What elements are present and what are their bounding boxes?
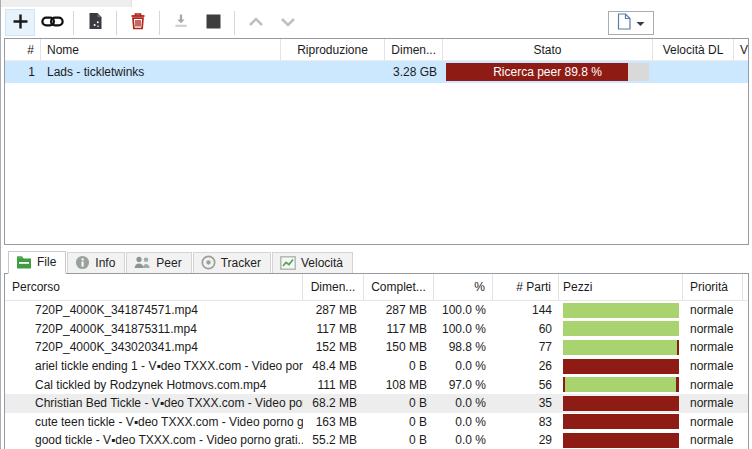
status-progress-label: Ricerca peer 89.8 %: [446, 63, 649, 81]
file-priority-cell: normale: [683, 394, 743, 413]
file-size-cell: 117 MB: [303, 320, 364, 339]
file-size-cell: 48.4 MB: [303, 357, 364, 376]
file-name-cell: Christian Bed Tickle - V▪deo TXXX.com - …: [5, 394, 303, 413]
file-priority-cell: normale: [683, 413, 743, 432]
column-header-pezzi[interactable]: Pezzi: [559, 274, 683, 300]
new-dropdown-button[interactable]: [608, 11, 654, 35]
column-header-velocita-up-cut[interactable]: V: [734, 39, 748, 60]
file-row[interactable]: cute teen tickle - V▪deo TXXX.com - Vide…: [5, 413, 748, 432]
file-completed-cell: 0 B: [364, 357, 434, 376]
stop-button[interactable]: [198, 9, 228, 36]
chevron-up-icon: [248, 16, 264, 30]
file-row[interactable]: Christian Bed Tickle - V▪deo TXXX.com - …: [5, 394, 748, 413]
column-header-completato[interactable]: Complet...: [364, 274, 434, 300]
file-cut-cell: [743, 301, 748, 320]
add-link-button[interactable]: [37, 9, 67, 36]
column-header-priorita[interactable]: Priorità: [683, 274, 743, 300]
file-cut-cell: [743, 431, 748, 449]
create-torrent-button[interactable]: [80, 9, 110, 36]
pieces-availability-bar: [563, 377, 679, 392]
file-percent-cell: 98.8 %: [434, 338, 493, 357]
file-parts-cell: 60: [493, 320, 559, 339]
column-header-dimensione[interactable]: Dimen...: [303, 274, 364, 300]
document-icon: [617, 13, 631, 33]
tab-peer[interactable]: Peer: [126, 252, 191, 273]
file-parts-cell: 83: [493, 413, 559, 432]
tab-label: Tracker: [221, 256, 261, 270]
file-percent-cell: 0.0 %: [434, 413, 493, 432]
toolbar-separator: [159, 11, 160, 35]
caret-down-icon: [636, 16, 645, 30]
detail-tabbar: File Info Peer Tracker Velocità: [8, 250, 354, 273]
column-header-riproduzione[interactable]: Riproduzione: [281, 39, 385, 60]
file-priority-cell: normale: [683, 320, 743, 339]
file-row[interactable]: ariel tickle ending 1 - V▪deo TXXX.com -…: [5, 357, 748, 376]
file-pieces-cell: [559, 375, 683, 394]
column-header-velocita-dl[interactable]: Velocità DL: [653, 39, 734, 60]
tab-file[interactable]: File: [8, 251, 66, 274]
torrent-riproduzione: [281, 61, 385, 83]
tab-tracker[interactable]: Tracker: [193, 252, 271, 273]
file-cut-cell: [743, 320, 748, 339]
tab-label: File: [37, 255, 56, 269]
tab-label: Velocità: [301, 256, 343, 270]
add-torrent-button[interactable]: [5, 9, 35, 36]
file-priority-cell: normale: [683, 301, 743, 320]
file-completed-cell: 150 MB: [364, 338, 434, 357]
column-header-parti[interactable]: # Parti: [493, 274, 559, 300]
menu-bar-remnant: [1, 0, 132, 7]
tab-info[interactable]: Info: [67, 252, 125, 273]
pieces-availability-bar: [563, 433, 679, 448]
file-size-cell: 163 MB: [303, 413, 364, 432]
column-header-percorso[interactable]: Percorso: [5, 274, 303, 300]
column-header-dimensione[interactable]: Dimen...: [385, 39, 443, 60]
torrent-list-empty-area: [5, 83, 748, 244]
torrent-row[interactable]: 1 Lads - tickletwinks 3.28 GB Ricerca pe…: [5, 61, 748, 83]
file-row[interactable]: 720P_4000K_343020341.mp4152 MB150 MB98.8…: [5, 338, 748, 357]
move-down-button[interactable]: [273, 9, 303, 36]
file-name-cell: ariel tickle ending 1 - V▪deo TXXX.com -…: [5, 357, 303, 376]
file-completed-cell: 287 MB: [364, 301, 434, 320]
window-left-edge: [0, 0, 1, 449]
file-priority-cell: normale: [683, 375, 743, 394]
start-download-button[interactable]: [166, 9, 196, 36]
file-row[interactable]: good tickle - V▪deo TXXX.com - Video por…: [5, 431, 748, 449]
torrent-dl-speed: [653, 61, 734, 83]
column-header-nome[interactable]: Nome: [41, 39, 281, 60]
file-percent-cell: 0.0 %: [434, 357, 493, 376]
file-percent-cell: 97.0 %: [434, 375, 493, 394]
pieces-availability-bar: [563, 321, 679, 336]
column-header-number[interactable]: #: [5, 39, 41, 60]
file-completed-cell: 0 B: [364, 394, 434, 413]
file-name-cell: Cal tickled by Rodzynek Hotmovs.com.mp4: [5, 375, 303, 394]
toolbar: [1, 7, 752, 38]
file-row[interactable]: Cal tickled by Rodzynek Hotmovs.com.mp41…: [5, 375, 748, 394]
file-name-cell: 720P_4000K_341874571.mp4: [5, 301, 303, 320]
file-pieces-cell: [559, 357, 683, 376]
torrent-size: 3.28 GB: [385, 61, 443, 83]
file-row[interactable]: 720P_4000K_341875311.mp4117 MB117 MB100.…: [5, 320, 748, 339]
file-cut-cell: [743, 394, 748, 413]
file-size-cell: 55.2 MB: [303, 431, 364, 449]
delete-button[interactable]: [123, 9, 153, 36]
tab-velocita[interactable]: Velocità: [272, 252, 353, 273]
file-name-cell: cute teen tickle - V▪deo TXXX.com - Vide…: [5, 413, 303, 432]
file-cut-cell: [743, 413, 748, 432]
file-cut-cell: [743, 375, 748, 394]
move-up-button[interactable]: [241, 9, 271, 36]
file-percent-cell: 0.0 %: [434, 431, 493, 449]
column-header-percent[interactable]: %: [434, 274, 493, 300]
torrent-file-icon: [88, 12, 103, 33]
column-header-stato[interactable]: Stato: [443, 39, 653, 60]
file-priority-cell: normale: [683, 431, 743, 449]
plus-icon: [12, 13, 29, 33]
file-pieces-cell: [559, 413, 683, 432]
file-parts-cell: 144: [493, 301, 559, 320]
speed-chart-icon: [280, 256, 296, 270]
tab-label: Peer: [156, 256, 181, 270]
file-row[interactable]: 720P_4000K_341874571.mp4287 MB287 MB100.…: [5, 301, 748, 320]
column-header-cut: [743, 274, 748, 300]
files-table: Percorso Dimen... Complet... % # Parti P…: [4, 273, 749, 449]
pieces-availability-bar: [563, 414, 679, 429]
file-parts-cell: 29: [493, 431, 559, 449]
